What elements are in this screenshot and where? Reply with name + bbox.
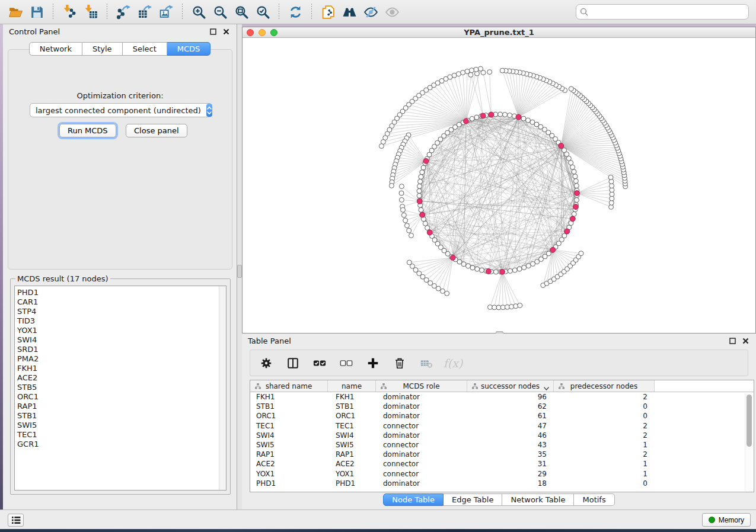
graph-hub-node[interactable] <box>564 229 570 234</box>
import-network-icon[interactable] <box>59 2 80 21</box>
graph-hub-node[interactable] <box>573 204 579 210</box>
scrollbar-thumb[interactable] <box>747 395 752 447</box>
graph-leaf-node[interactable] <box>409 233 414 238</box>
tab-node-table[interactable]: Node Table <box>383 493 444 506</box>
float-table-panel-icon[interactable] <box>728 336 737 345</box>
select-all-icon[interactable] <box>312 355 327 371</box>
function-icon[interactable]: f(x) <box>445 355 461 371</box>
graph-node[interactable] <box>423 221 428 226</box>
graph-leaf-node[interactable] <box>469 68 474 73</box>
table-scrollbar[interactable] <box>745 393 752 491</box>
tab-edge-table[interactable]: Edge Table <box>444 493 502 506</box>
graph-leaf-node[interactable] <box>440 289 445 293</box>
mcds-result-item[interactable]: SWI4 <box>17 335 226 345</box>
zoom-fit-icon[interactable] <box>231 2 252 21</box>
graph-leaf-node[interactable] <box>492 305 497 310</box>
graph-leaf-node[interactable] <box>445 291 449 296</box>
graph-hub-node[interactable] <box>559 143 564 149</box>
graph-node[interactable] <box>508 268 512 273</box>
mcds-result-item[interactable]: TID3 <box>17 316 226 326</box>
graph-node[interactable] <box>418 179 423 184</box>
graph-leaf-node[interactable] <box>518 303 522 308</box>
delete-columns-icon[interactable] <box>419 355 434 371</box>
mcds-result-item[interactable]: STP4 <box>17 307 226 316</box>
mcds-result-item[interactable]: YOX1 <box>17 326 226 335</box>
graph-hub-node[interactable] <box>423 159 429 164</box>
graph-leaf-node[interactable] <box>608 175 613 180</box>
graph-hub-node[interactable] <box>516 114 521 120</box>
close-panel-button[interactable]: Close panel <box>126 124 187 137</box>
graph-node[interactable] <box>570 165 575 169</box>
graph-node[interactable] <box>474 115 479 120</box>
delete-icon[interactable] <box>392 355 407 371</box>
graph-node[interactable] <box>569 161 573 165</box>
graph-node[interactable] <box>572 211 576 216</box>
graph-hub-node[interactable] <box>480 113 486 118</box>
mcds-result-item[interactable]: STB1 <box>17 411 226 421</box>
table-row[interactable]: PHD1PHD1dominator180 <box>250 479 754 488</box>
tab-mcds[interactable]: MCDS <box>167 42 211 56</box>
mcds-result-item[interactable]: ORC1 <box>17 392 226 402</box>
mcds-result-item[interactable]: SRD1 <box>17 345 226 354</box>
graph-leaf-node[interactable] <box>407 228 412 233</box>
graph-node[interactable] <box>480 268 484 273</box>
close-table-panel-icon[interactable] <box>741 336 750 345</box>
columns-icon[interactable] <box>285 355 301 371</box>
graph-leaf-node[interactable] <box>479 66 483 71</box>
graph-node[interactable] <box>417 184 422 188</box>
graph-leaf-node[interactable] <box>474 67 479 72</box>
eye-slash-icon[interactable] <box>360 2 381 21</box>
table-row[interactable]: SWI4SWI4dominator462 <box>250 431 754 440</box>
table-row[interactable]: ORC1ORC1dominator610 <box>250 411 754 421</box>
graph-node[interactable] <box>419 175 423 180</box>
mcds-result-item[interactable]: SWI5 <box>17 421 226 430</box>
graph-node[interactable] <box>517 267 522 271</box>
graph-node[interactable] <box>498 112 503 117</box>
graph-leaf-node[interactable] <box>399 197 404 202</box>
graph-node[interactable] <box>421 165 426 170</box>
mcds-result-item[interactable]: FKH1 <box>17 364 226 373</box>
graph-node[interactable] <box>508 113 512 118</box>
graph-hub-node[interactable] <box>550 247 556 252</box>
graph-hub-node[interactable] <box>464 118 469 124</box>
add-icon[interactable] <box>365 355 381 371</box>
graph-node[interactable] <box>573 179 578 184</box>
search-input[interactable] <box>576 4 749 20</box>
eye-icon[interactable] <box>381 2 403 21</box>
tab-network-table[interactable]: Network Table <box>502 493 574 506</box>
graph-hub-node[interactable] <box>417 199 422 204</box>
export-table-icon[interactable] <box>134 2 155 21</box>
table-row[interactable]: SWI5SWI5connector431 <box>250 440 754 450</box>
float-panel-icon[interactable] <box>208 27 218 36</box>
graph-hub-node[interactable] <box>575 191 580 196</box>
settings-icon[interactable] <box>259 355 274 371</box>
graph-node[interactable] <box>526 264 531 268</box>
result-scrollbar[interactable] <box>219 286 226 490</box>
table-row[interactable]: YOX1YOX1connector291 <box>250 469 754 479</box>
vertical-splitter[interactable] <box>237 24 242 509</box>
graph-node[interactable] <box>419 207 423 212</box>
graph-node[interactable] <box>417 193 422 198</box>
network-canvas[interactable] <box>243 38 755 332</box>
table-row[interactable]: TEC1TEC1connector472 <box>250 421 754 431</box>
graph-leaf-node[interactable] <box>465 69 470 74</box>
deselect-all-icon[interactable] <box>339 355 354 371</box>
table-row[interactable]: ACE2ACE2connector311 <box>250 459 754 469</box>
open-icon[interactable] <box>5 2 26 21</box>
graph-leaf-node[interactable] <box>389 183 394 188</box>
graph-leaf-node[interactable] <box>379 144 384 149</box>
mcds-result-item[interactable]: PHD1 <box>17 288 226 297</box>
column-header-shared-name[interactable]: shared name <box>250 380 328 392</box>
refresh-icon[interactable] <box>285 2 306 21</box>
graph-node[interactable] <box>466 264 471 268</box>
save-icon[interactable] <box>26 2 47 21</box>
mcds-result-item[interactable]: ACE2 <box>17 373 226 383</box>
memory-button[interactable]: Memory <box>702 513 751 527</box>
graph-hub-node[interactable] <box>427 230 432 235</box>
clone-network-icon[interactable] <box>317 2 339 21</box>
zoom-selected-icon[interactable] <box>252 2 273 21</box>
graph-leaf-node[interactable] <box>569 86 573 91</box>
graph-node[interactable] <box>503 113 508 117</box>
graph-hub-node[interactable] <box>420 212 425 217</box>
column-header-MCDS-role[interactable]: MCDS role <box>376 380 467 392</box>
